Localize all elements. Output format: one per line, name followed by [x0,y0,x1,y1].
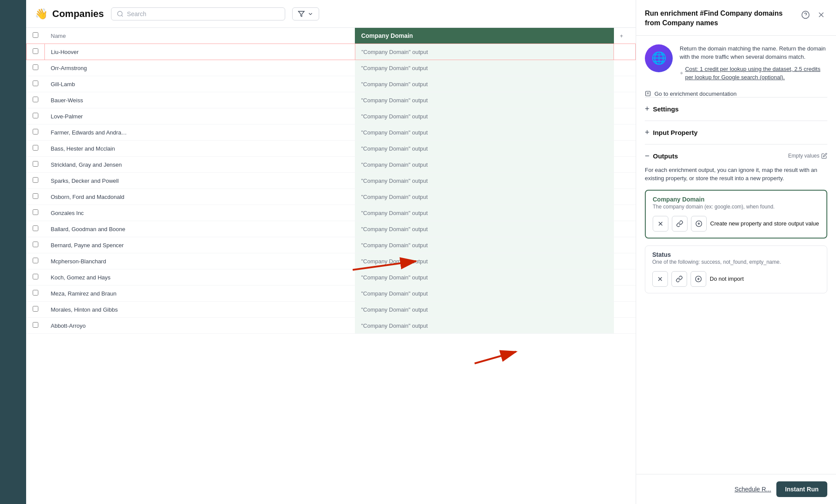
outputs-collapse-icon[interactable]: − [645,151,650,161]
header: 👋 Companies Search [26,0,636,28]
row-checkbox[interactable] [33,129,38,134]
row-add [614,189,636,205]
row-checkbox[interactable] [33,145,38,151]
row-domain: "Company Domain" output [355,124,614,141]
row-domain: "Company Domain" output [355,44,614,60]
row-add [614,286,636,302]
doc-link[interactable]: Go to enrichment documentation [645,91,827,97]
table-row: Bass, Hester and Mcclain"Company Domain"… [27,141,636,157]
status-card-actions: Do not import [645,267,827,293]
create-new-button[interactable] [691,216,707,232]
select-all-checkbox[interactable] [33,32,38,38]
cost-text: Cost: 1 credit per lookup using the data… [685,65,827,82]
x-icon [657,220,664,227]
table-row: Osborn, Ford and Macdonald"Company Domai… [27,189,636,205]
svg-marker-2 [298,11,304,17]
outputs-description: For each enrichment output, you can igno… [645,166,827,183]
status-desc: One of the following: success, not_found… [652,259,820,265]
row-add [614,318,636,334]
row-add [614,157,636,173]
table-row: Liu-Hoover"Company Domain" output [27,44,636,60]
row-name: Ballard, Goodman and Boone [45,221,355,237]
row-name: Bass, Hester and Mcclain [45,141,355,157]
row-domain: "Company Domain" output [355,253,614,269]
status-action-label: Do not import [710,276,744,282]
name-column-header: Name [45,28,355,44]
settings-section[interactable]: + Settings [645,97,827,121]
panel-footer: Schedule R... Instant Run [636,474,836,504]
row-checkbox[interactable] [33,290,38,296]
empty-values-toggle[interactable]: Empty values [788,153,827,159]
status-card-header: Status One of the following: success, no… [645,246,827,267]
svg-point-7 [681,73,682,74]
help-button[interactable] [799,9,812,21]
status-map-button[interactable] [671,271,687,287]
input-property-label: Input Property [653,129,698,136]
status-plus-icon [695,276,702,282]
row-checkbox[interactable] [33,322,38,328]
row-checkbox[interactable] [33,193,38,199]
row-name: Abbott-Arroyo [45,318,355,334]
row-add [614,124,636,141]
row-domain: "Company Domain" output [355,286,614,302]
row-domain: "Company Domain" output [355,92,614,108]
row-checkbox[interactable] [33,161,38,167]
doc-icon [645,91,651,97]
outputs-label: Outputs [653,152,678,160]
table-area: Name Company Domain + Liu-Hoover"Company… [26,28,636,504]
close-button[interactable] [815,9,827,21]
link-chain-icon [676,220,683,227]
map-existing-button[interactable] [672,216,688,232]
row-checkbox[interactable] [33,97,38,102]
row-checkbox[interactable] [33,81,38,86]
row-checkbox[interactable] [33,225,38,231]
status-create-button[interactable] [691,271,706,287]
row-checkbox[interactable] [33,242,38,247]
row-name: Farmer, Edwards and Andra… [45,124,355,141]
table-header-row: Name Company Domain + [27,28,636,44]
table-row: Sparks, Decker and Powell"Company Domain… [27,173,636,189]
settings-expand-icon: + [645,104,650,114]
panel-header-icons [799,9,827,21]
add-column-header[interactable]: + [614,28,636,44]
row-name: Bernard, Payne and Spencer [45,237,355,253]
row-domain: "Company Domain" output [355,141,614,157]
select-all-header[interactable] [27,28,45,44]
search-bar[interactable]: Search [111,7,285,20]
row-add [614,92,636,108]
row-checkbox[interactable] [33,177,38,183]
row-domain: "Company Domain" output [355,60,614,76]
row-name: Gill-Lamb [45,76,355,92]
status-card: Status One of the following: success, no… [645,245,827,293]
main-content: 👋 Companies Search Name [26,0,636,504]
row-checkbox[interactable] [33,274,38,279]
table-row: Gill-Lamb"Company Domain" output [27,76,636,92]
filter-button[interactable] [292,7,319,20]
row-name: Meza, Ramirez and Braun [45,286,355,302]
row-checkbox[interactable] [33,64,38,70]
panel-title: Run enrichment #Find Company domains fro… [645,9,799,28]
table-row: Bauer-Weiss"Company Domain" output [27,92,636,108]
panel-header: Run enrichment #Find Company domains fro… [636,0,836,36]
cost-link[interactable]: Cost: 1 credit per lookup using the data… [680,65,827,82]
row-checkbox[interactable] [33,48,38,54]
sidebar [0,0,26,504]
row-add [614,221,636,237]
row-domain: "Company Domain" output [355,302,614,318]
panel-body: 🌐 Return the domain matching the name. R… [636,36,836,474]
row-checkbox[interactable] [33,306,38,312]
ignore-button[interactable] [653,216,668,232]
table-row: Orr-Armstrong"Company Domain" output [27,60,636,76]
row-checkbox[interactable] [33,258,38,263]
instant-run-button[interactable]: Instant Run [776,481,827,497]
status-ignore-button[interactable] [652,271,668,287]
search-placeholder: Search [127,10,146,17]
row-checkbox[interactable] [33,209,38,215]
input-property-section[interactable]: + Input Property [645,121,827,144]
row-domain: "Company Domain" output [355,173,614,189]
row-checkbox[interactable] [33,113,38,118]
input-expand-icon: + [645,128,650,137]
companies-table: Name Company Domain + Liu-Hoover"Company… [26,28,636,334]
row-name: Morales, Hinton and Gibbs [45,302,355,318]
schedule-button[interactable]: Schedule R... [735,486,771,493]
